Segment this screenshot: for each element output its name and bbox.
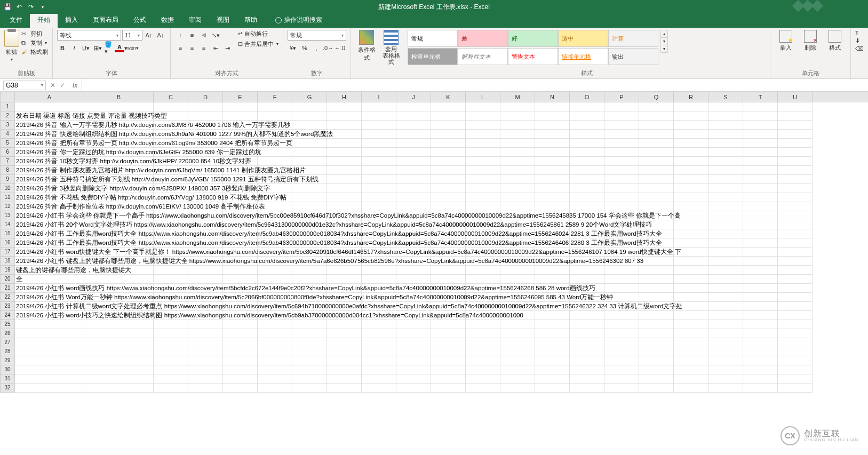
cell[interactable]: [362, 102, 396, 111]
cell[interactable]: [674, 139, 708, 148]
cell[interactable]: [708, 347, 743, 356]
cell[interactable]: [466, 139, 500, 148]
cell[interactable]: [639, 384, 674, 393]
cell[interactable]: [431, 356, 466, 365]
cell[interactable]: [500, 320, 535, 329]
cell[interactable]: [674, 329, 708, 338]
cell[interactable]: [466, 111, 500, 121]
cell[interactable]: [604, 311, 639, 320]
cell[interactable]: [500, 184, 535, 193]
cell[interactable]: [154, 338, 188, 347]
fill-button[interactable]: ⬇: [855, 37, 860, 44]
delete-cells-button[interactable]: 删除: [799, 30, 822, 52]
cell[interactable]: [778, 157, 813, 166]
cell[interactable]: [466, 130, 500, 139]
cell[interactable]: [396, 365, 431, 374]
cell[interactable]: [778, 175, 813, 184]
cell[interactable]: [604, 202, 639, 211]
cell[interactable]: [604, 139, 639, 148]
cell[interactable]: [708, 139, 743, 148]
cell[interactable]: [639, 139, 674, 148]
cell[interactable]: [778, 275, 813, 284]
cell[interactable]: [639, 148, 674, 157]
cell[interactable]: [535, 193, 570, 202]
row-header[interactable]: 4: [0, 130, 15, 139]
cell[interactable]: [778, 148, 813, 157]
cell[interactable]: [708, 384, 743, 393]
cell[interactable]: [500, 111, 535, 121]
cell[interactable]: [154, 102, 188, 111]
row-header[interactable]: 31: [0, 374, 15, 384]
cell[interactable]: [362, 175, 396, 184]
cell[interactable]: [535, 184, 570, 193]
cell[interactable]: [743, 193, 778, 202]
cell[interactable]: [258, 374, 292, 384]
style-cell[interactable]: 好: [508, 30, 558, 47]
column-header[interactable]: O: [570, 92, 604, 102]
cell[interactable]: [154, 266, 188, 275]
cell[interactable]: [535, 320, 570, 329]
row-header[interactable]: 3: [0, 121, 15, 130]
cell[interactable]: [431, 130, 466, 139]
cell[interactable]: [570, 121, 604, 130]
cell[interactable]: [674, 184, 708, 193]
cell[interactable]: [327, 266, 362, 275]
cell[interactable]: [154, 347, 188, 356]
cell[interactable]: [570, 148, 604, 157]
increase-decimal-icon[interactable]: .0→: [323, 43, 333, 53]
cell[interactable]: [362, 202, 396, 211]
cell[interactable]: [708, 365, 743, 374]
row-header[interactable]: 11: [0, 193, 15, 202]
name-box[interactable]: G38▾: [3, 81, 46, 90]
cell[interactable]: [223, 374, 258, 384]
cell[interactable]: [15, 365, 84, 374]
cell[interactable]: [570, 365, 604, 374]
row-header[interactable]: 10: [0, 184, 15, 193]
cell[interactable]: [570, 338, 604, 347]
cell[interactable]: [292, 329, 327, 338]
table-format-button[interactable]: 套用 表格格式: [380, 30, 402, 65]
cell[interactable]: [327, 157, 362, 166]
cell[interactable]: [778, 193, 813, 202]
cell[interactable]: [396, 202, 431, 211]
cell[interactable]: [15, 329, 84, 338]
cell[interactable]: [396, 347, 431, 356]
cell[interactable]: [535, 266, 570, 275]
cell[interactable]: [743, 311, 778, 320]
cell[interactable]: [396, 102, 431, 111]
underline-button[interactable]: U▾: [81, 43, 91, 53]
cell[interactable]: [500, 166, 535, 175]
cell-styles-gallery[interactable]: 常规差好适中计算 检查单元格解释性文本警告文本链接单元格输出: [408, 30, 658, 65]
cell[interactable]: [708, 211, 743, 220]
cell[interactable]: [327, 275, 362, 284]
cell[interactable]: [15, 384, 84, 393]
cell[interactable]: [327, 374, 362, 384]
copy-button[interactable]: ⧉复制▾: [21, 39, 48, 47]
column-header[interactable]: K: [431, 92, 466, 102]
cell[interactable]: [258, 365, 292, 374]
cell[interactable]: [396, 166, 431, 175]
cell[interactable]: [431, 365, 466, 374]
cell[interactable]: [396, 329, 431, 338]
cell[interactable]: [674, 284, 708, 293]
cell[interactable]: [674, 311, 708, 320]
cell[interactable]: [639, 202, 674, 211]
cell[interactable]: [708, 220, 743, 229]
cell[interactable]: [778, 329, 813, 338]
cell[interactable]: [639, 275, 674, 284]
row-header[interactable]: 1: [0, 102, 15, 111]
cell[interactable]: [535, 347, 570, 356]
font-size-combo[interactable]: 11▾: [122, 30, 142, 41]
cell[interactable]: [362, 184, 396, 193]
cell[interactable]: [362, 157, 396, 166]
cell[interactable]: [327, 193, 362, 202]
column-header[interactable]: A: [15, 92, 84, 102]
row-header[interactable]: 17: [0, 248, 15, 257]
font-name-combo[interactable]: 等线▾: [57, 30, 121, 41]
cell[interactable]: [362, 266, 396, 275]
cell[interactable]: [743, 266, 778, 275]
cell[interactable]: [431, 139, 466, 148]
cell[interactable]: [535, 157, 570, 166]
align-bottom-icon[interactable]: ⫷: [198, 30, 209, 41]
indent-increase-icon[interactable]: ⇥: [222, 43, 233, 53]
